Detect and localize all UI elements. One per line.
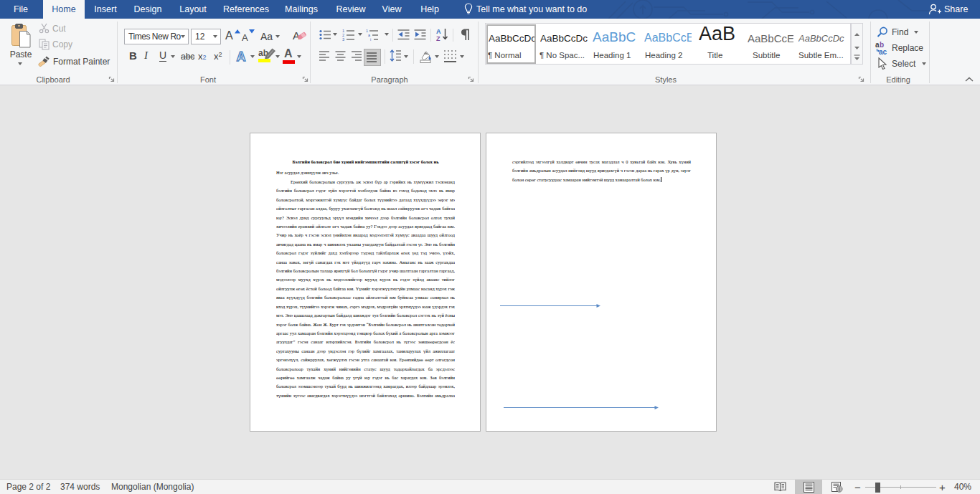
svg-text:3: 3: [342, 37, 344, 41]
svg-text:ac: ac: [879, 48, 887, 55]
svg-text:A: A: [237, 49, 246, 64]
svg-text:A: A: [436, 28, 441, 35]
svg-text:i: i: [370, 37, 371, 41]
svg-text:Z: Z: [436, 35, 440, 42]
